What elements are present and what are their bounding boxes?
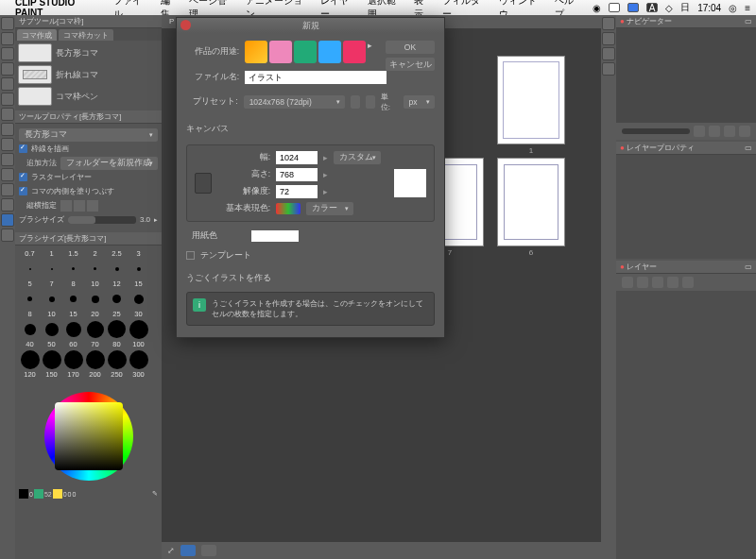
usage-print-icon[interactable] (318, 41, 341, 63)
aspect-btn-1[interactable] (60, 200, 72, 212)
brush-dot[interactable] (19, 348, 41, 370)
nav-btn-4[interactable] (739, 126, 750, 137)
expand-icon[interactable]: ⤢ (167, 546, 175, 555)
brush-dot[interactable] (19, 258, 41, 280)
layer-btn[interactable] (667, 277, 679, 288)
rtool-1[interactable] (602, 17, 615, 30)
brush-dot[interactable] (106, 318, 128, 340)
brush-dot[interactable] (62, 288, 84, 310)
addmethod-drop[interactable]: フォルダーを新規作成 (60, 157, 158, 170)
nav-zoom-slider[interactable] (622, 128, 690, 134)
navigator-preview[interactable] (616, 28, 756, 123)
usage-book-icon[interactable] (294, 41, 317, 63)
ok-button[interactable]: OK (386, 41, 435, 54)
unit-dropdown[interactable]: px (404, 95, 435, 109)
subtool-tab-create[interactable]: コマ作成 (17, 29, 57, 41)
preset-save-icon[interactable] (351, 95, 360, 109)
panel-menu-icon[interactable]: ▭ (745, 17, 752, 25)
layer-btn[interactable] (682, 277, 694, 288)
tool-balloon[interactable] (1, 198, 14, 212)
preset-dropdown[interactable]: 1024x768 (72dpi) (244, 95, 346, 109)
brush-dot[interactable] (41, 258, 62, 280)
usage-more-icon[interactable]: ▸ (368, 41, 372, 63)
usage-anim-icon[interactable] (343, 41, 366, 63)
brush-dot[interactable] (128, 258, 149, 280)
tool-text[interactable] (1, 183, 14, 196)
rtool-2[interactable] (602, 32, 615, 45)
brush-dot[interactable] (62, 348, 84, 370)
brush-dot[interactable] (41, 288, 62, 310)
dialog-titlebar[interactable]: 新規 (177, 18, 444, 33)
panel-menu-icon[interactable]: ▭ (745, 144, 752, 152)
close-icon[interactable] (180, 20, 191, 30)
input-mode-icon[interactable]: A (646, 3, 658, 12)
brush-dot[interactable] (84, 318, 106, 340)
eyedropper-icon[interactable]: ✎ (152, 490, 158, 498)
layer-btn[interactable] (652, 277, 663, 288)
rtool-4[interactable] (602, 62, 615, 76)
brush-dot[interactable] (41, 318, 62, 340)
brush-dot[interactable] (19, 288, 41, 310)
brush-dot[interactable] (106, 288, 128, 310)
panel-menu-icon[interactable]: ▭ (745, 263, 752, 271)
brush-dot[interactable] (128, 288, 149, 310)
height-field[interactable] (276, 168, 318, 181)
layer-btn[interactable] (622, 277, 633, 288)
tool-select[interactable] (1, 47, 14, 60)
subtool-framepen[interactable]: コマ枠ペン (18, 87, 159, 106)
orientation-toggle[interactable] (195, 173, 212, 194)
tool-grad[interactable] (1, 168, 14, 181)
tool-air[interactable] (1, 123, 14, 136)
tool-pen[interactable] (1, 93, 14, 106)
chk-drawframe[interactable] (19, 144, 27, 153)
sw1[interactable] (34, 489, 43, 499)
page-thumb-1[interactable]: 1 (498, 57, 564, 144)
brush-dot[interactable] (84, 348, 106, 370)
brush-dot[interactable] (62, 258, 84, 280)
wifi-icon[interactable]: ◇ (665, 3, 673, 13)
view-mode-1[interactable] (180, 545, 196, 556)
preset-del-icon[interactable] (366, 95, 375, 109)
tool-lasso[interactable] (1, 62, 14, 76)
usage-comic-icon[interactable] (269, 41, 292, 63)
basecolor-dropdown[interactable]: カラー (306, 202, 353, 215)
tool-ruler[interactable] (1, 229, 14, 242)
brush-dot[interactable] (84, 258, 106, 280)
window-icon[interactable] (609, 3, 620, 12)
tool-fill[interactable] (1, 153, 14, 166)
size-preset-dropdown[interactable]: カスタム (334, 151, 381, 164)
subtool-polyline[interactable]: 折れ線コマ (18, 65, 159, 84)
subtool-rect[interactable]: 長方形コマ (18, 43, 159, 62)
usage-illust-icon[interactable] (245, 41, 267, 63)
chk-fillinside[interactable] (19, 187, 27, 195)
chk-raster[interactable] (19, 173, 27, 181)
width-field[interactable] (276, 151, 318, 164)
subtool-tab-cut[interactable]: コマ枠カット (59, 29, 113, 41)
aspect-btn-3[interactable] (87, 200, 98, 212)
tool-zoom[interactable] (1, 17, 14, 30)
tool-eraser[interactable] (1, 138, 14, 151)
res-field[interactable] (276, 185, 318, 198)
brush-dot[interactable] (106, 348, 128, 370)
status-icon[interactable]: ◉ (593, 3, 601, 13)
toolprop-preset[interactable]: 長方形コマ (19, 128, 158, 142)
brush-dot[interactable] (41, 348, 62, 370)
color-wheel[interactable] (44, 392, 133, 481)
tool-move[interactable] (1, 32, 14, 45)
paper-color-swatch[interactable] (251, 230, 299, 242)
layer-list[interactable] (616, 291, 756, 559)
width-arrow[interactable]: ▸ (323, 153, 328, 162)
cancel-button[interactable]: キャンセル (386, 58, 435, 71)
spotlight-icon[interactable]: ◎ (729, 3, 737, 13)
height-arrow[interactable]: ▸ (323, 170, 328, 179)
nav-btn-2[interactable] (709, 126, 720, 137)
brush-dot[interactable] (84, 288, 106, 310)
tool-brush[interactable] (1, 108, 14, 121)
sw2[interactable] (53, 489, 62, 499)
filename-field[interactable] (245, 71, 387, 84)
tool-frame[interactable] (1, 213, 14, 227)
nav-btn-3[interactable] (724, 126, 735, 137)
res-arrow[interactable]: ▸ (323, 187, 328, 196)
brush-dot[interactable] (128, 318, 149, 340)
brushsize-slider[interactable] (68, 216, 136, 224)
